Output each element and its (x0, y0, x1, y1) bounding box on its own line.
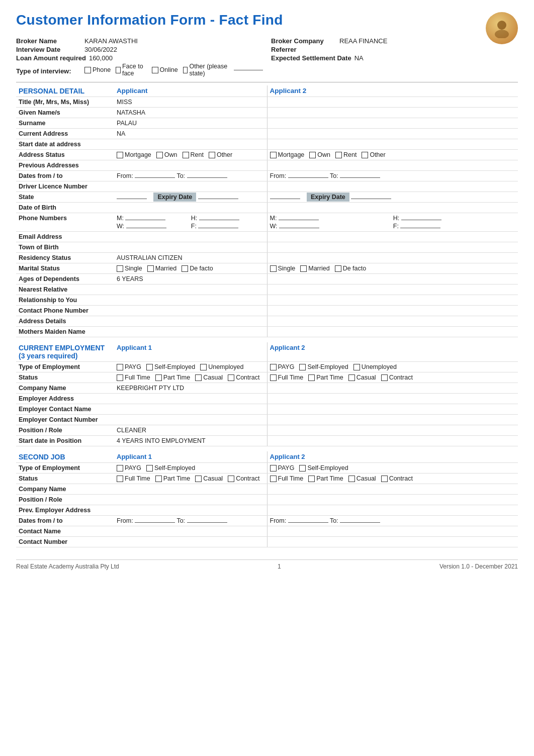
own-check-app2[interactable]: Own (309, 151, 330, 158)
payg-check-app1[interactable]: PAYG (117, 363, 141, 370)
sj-self-employed-check-app2[interactable]: Self-Employed (299, 464, 348, 471)
table-row: Prev. Employer Address (16, 505, 518, 516)
sj-dates-to-app2[interactable] (340, 522, 380, 523)
sj-casual-check-app1[interactable]: Casual (195, 475, 223, 482)
driver-licence-app2 (267, 181, 518, 192)
online-check[interactable]: Online (152, 66, 178, 73)
sj-parttime-check-app1[interactable]: Part Time (155, 475, 191, 482)
table-row: Position / Role CLEANER (16, 425, 518, 436)
dates-to-app2[interactable] (340, 177, 380, 178)
sj-contract-check-app2[interactable]: Contract (381, 475, 413, 482)
given-names-app1: NATASHA (114, 108, 267, 118)
defacto-check-app2[interactable]: De facto (335, 265, 367, 272)
phone-checkbox[interactable] (84, 67, 91, 73)
mobile-field-app2[interactable] (279, 220, 319, 220)
home-field-app1[interactable] (199, 220, 239, 220)
emp-type-app2: PAYG Self-Employed Unemployed (267, 362, 518, 372)
own-check-app1[interactable]: Own (156, 151, 177, 158)
sj-type-app2: PAYG Self-Employed (267, 463, 518, 474)
footer-left: Real Estate Academy Australia Pty Ltd (16, 563, 119, 570)
married-check-app2[interactable]: Married (300, 265, 329, 272)
dates-from-app2[interactable] (288, 177, 328, 178)
sj-status-app2: Full Time Part Time Casual Contract (267, 474, 518, 484)
sj-prev-employer-app2 (267, 505, 518, 516)
rent-check-app2[interactable]: Rent (335, 151, 357, 158)
sj-fulltime-check-app1[interactable]: Full Time (117, 475, 150, 482)
sj-parttime-check-app2[interactable]: Part Time (308, 475, 343, 482)
mortgage-check-app2[interactable]: Mortgage (270, 151, 305, 158)
face-check[interactable]: Face to face (116, 63, 146, 77)
fulltime-check-app1[interactable]: Full Time (117, 374, 150, 381)
emp-type-app1: PAYG Self-Employed Unemployed (114, 362, 267, 372)
referrer-row: Referrer (271, 46, 518, 53)
employer-contact-name-label: Employer Contact Name (16, 404, 114, 415)
dates-to-app1[interactable] (187, 177, 227, 178)
interview-date-value: 30/06/2022 (84, 46, 117, 53)
interview-date-row: Interview Date 30/06/2022 (16, 46, 263, 53)
single-check-app1[interactable]: Single (117, 265, 142, 272)
fulltime-check-app2[interactable]: Full Time (270, 374, 304, 381)
mobile-label-app1: M: (117, 215, 190, 222)
sj-fulltime-check-app2[interactable]: Full Time (270, 475, 304, 482)
table-row: Residency Status AUSTRALIAN CITIZEN (16, 253, 518, 263)
start-date-app1 (114, 139, 267, 150)
personal-detail-title: PERSONAL DETAIL (19, 87, 84, 95)
rent-check-app1[interactable]: Rent (183, 151, 204, 158)
other-checkbox[interactable] (183, 67, 188, 73)
employer-address-app2 (267, 394, 518, 404)
interview-date-label: Interview Date (16, 46, 81, 53)
work-field-app2[interactable] (279, 228, 319, 228)
ages-dependents-app1: 6 YEARS (114, 274, 267, 285)
online-checkbox[interactable] (152, 67, 158, 73)
other-check[interactable]: Other (please state) (183, 63, 229, 77)
expiry-date-field-app2[interactable] (351, 199, 391, 199)
self-employed-check-app2[interactable]: Self-Employed (299, 363, 348, 370)
other-check-app2[interactable]: Other (362, 151, 385, 158)
parttime-check-app2[interactable]: Part Time (308, 374, 343, 381)
other-check-app1[interactable]: Other (209, 151, 232, 158)
address-status-app1: Mortgage Own Rent Other (114, 150, 267, 160)
expiry-date-field-app1[interactable] (198, 199, 238, 199)
sj-self-employed-check-app1[interactable]: Self-Employed (146, 464, 195, 471)
married-check-app1[interactable]: Married (147, 265, 176, 272)
casual-check-app2[interactable]: Casual (348, 374, 376, 381)
residency-app2 (267, 253, 518, 263)
state-field-app2[interactable] (270, 199, 300, 199)
sj-contract-check-app1[interactable]: Contract (228, 475, 259, 482)
employer-contact-number-app2 (267, 415, 518, 425)
face-checkbox[interactable] (116, 67, 121, 73)
payg-check-app2[interactable]: PAYG (270, 363, 295, 370)
driver-licence-label: Driver Licence Number (16, 181, 114, 192)
sj-payg-check-app1[interactable]: PAYG (117, 464, 141, 471)
sj-payg-check-app2[interactable]: PAYG (270, 464, 295, 471)
state-label: State (16, 192, 114, 203)
mortgage-check-app1[interactable]: Mortgage (117, 151, 151, 158)
unemployed-check-app1[interactable]: Unemployed (200, 363, 243, 370)
contract-check-app1[interactable]: Contract (228, 374, 259, 381)
company-name-app2 (267, 383, 518, 394)
home-field-app2[interactable] (401, 220, 441, 220)
phone-check[interactable]: Phone (84, 66, 111, 73)
unemployed-check-app2[interactable]: Unemployed (353, 363, 397, 370)
self-employed-check-app1[interactable]: Self-Employed (146, 363, 195, 370)
work-field-app1[interactable] (126, 228, 166, 228)
sj-casual-check-app2[interactable]: Casual (348, 475, 376, 482)
fax-field-app2[interactable] (400, 228, 440, 228)
sj-dates-from-app2[interactable] (288, 522, 328, 523)
fax-field-app1[interactable] (198, 228, 238, 228)
other-state-input[interactable] (234, 70, 263, 70)
home-label-app2: H: (393, 215, 515, 222)
surname-label: Surname (16, 118, 114, 129)
dates-from-app1[interactable] (135, 177, 175, 178)
single-check-app2[interactable]: Single (270, 265, 296, 272)
parttime-check-app1[interactable]: Part Time (155, 374, 191, 381)
sj-status-app1: Full Time Part Time Casual Contract (114, 474, 267, 484)
casual-check-app1[interactable]: Casual (195, 374, 223, 381)
sj-dates-to-app1[interactable] (187, 522, 227, 523)
defacto-check-app1[interactable]: De facto (182, 265, 213, 272)
contract-check-app2[interactable]: Contract (381, 374, 413, 381)
state-field-app1[interactable] (117, 199, 147, 199)
mobile-field-app1[interactable] (125, 220, 165, 220)
sj-dates-from-app1[interactable] (135, 522, 175, 523)
prev-addresses-label: Previous Addresses (16, 160, 114, 171)
